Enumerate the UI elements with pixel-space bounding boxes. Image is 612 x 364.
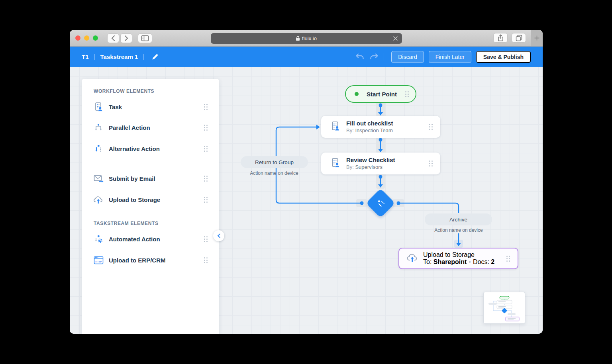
plus-icon [534,35,540,41]
back-button[interactable] [107,33,119,43]
url-text: fluix.io [302,35,317,41]
cloud-upload-icon [93,195,104,204]
by-label: By: [346,164,354,170]
minimize-window-button[interactable] [84,35,89,41]
dot-separator: • [469,258,471,265]
stream-id: T1 [82,53,89,60]
sidebar-toggle-button[interactable] [138,33,152,43]
stream-title: Taskstream 1 [100,53,138,60]
by-value: Inspection Team [355,127,392,133]
lock-icon [296,36,300,41]
start-point-node[interactable]: Start Point [345,85,416,103]
new-tab-button[interactable] [531,30,543,46]
archive-pill[interactable]: Archive [425,213,492,225]
drag-handle-icon[interactable] [204,124,208,131]
start-dot-icon [355,92,359,96]
action-name-caption: Action name on device [234,170,314,176]
sidebar-item-label: Task [109,104,204,110]
chevron-left-icon [111,35,115,41]
return-to-group-pill[interactable]: Return to Group [241,156,308,168]
sidebar-collapse-button[interactable] [213,230,224,241]
redo-icon [369,53,379,61]
redo-button[interactable] [369,51,380,63]
chevron-right-icon [124,35,128,41]
undo-button[interactable] [354,51,365,63]
app-toolbar: T1 Taskstream 1 Discard Finish Later Sav… [70,47,543,67]
finish-later-button[interactable]: Finish Later [429,51,471,63]
sidebar-item-label: Upload to Storage [109,196,204,203]
sidebar-item-label: Automated Action [109,236,204,243]
sidebar-item-task[interactable]: Task [82,99,219,115]
workflow-canvas[interactable]: WORKFLOW ELEMENTS Task Parallel Action [70,67,543,334]
alternative-action-icon [93,144,104,153]
drag-handle-icon[interactable] [204,236,208,243]
drag-handle-icon[interactable] [405,91,409,98]
drag-handle-icon[interactable] [429,160,433,167]
sidebar-item-alternative-action[interactable]: Alternative Action [82,141,219,157]
task-icon [330,121,341,133]
chevron-left-icon [217,233,221,238]
minimap-preview [484,292,525,323]
sidebar-item-label: Alternative Action [109,145,204,152]
sidebar-item-parallel-action[interactable]: Parallel Action [82,119,219,135]
http-icon: HTTP [93,256,104,264]
by-label: By: [346,127,354,133]
alternative-action-icon [366,188,395,218]
divider [94,54,95,60]
drag-handle-icon[interactable] [204,175,208,182]
parallel-action-icon [93,123,104,132]
section-heading-workflow: WORKFLOW ELEMENTS [94,88,154,94]
node-title: Fill out checklist [346,120,429,127]
sidebar-item-automated-action[interactable]: Automated Action [82,231,219,247]
drag-handle-icon[interactable] [506,255,510,262]
by-value: Supervisors [355,164,382,170]
sidebar-item-label: Upload to ERP/CRM [109,257,204,264]
sidebar-item-label: Submit by Email [109,175,204,182]
automated-action-icon [93,235,104,243]
email-icon [93,174,104,183]
to-value: Sharepoint [434,258,467,265]
discard-button[interactable]: Discard [391,51,424,63]
cloud-upload-icon [406,252,418,264]
sidebar-item-label: Parallel Action [109,124,204,131]
drag-handle-icon[interactable] [204,257,208,264]
pencil-icon [152,53,159,60]
task-icon [93,102,104,112]
minimap[interactable] [483,292,525,324]
drag-handle-icon[interactable] [204,196,208,203]
divider [143,54,144,60]
node-title: Review Checklist [346,157,429,164]
task-icon [330,157,341,170]
to-label: To: [423,258,432,265]
share-button[interactable] [493,33,508,43]
share-icon [498,34,504,41]
browser-window: fluix.io T1 Taskstream 1 [70,30,543,334]
save-publish-button[interactable]: Save & Publish [476,51,531,63]
close-icon[interactable] [392,35,398,41]
forward-button[interactable] [120,33,132,43]
sidebar-item-submit-by-email[interactable]: Submit by Email [82,170,219,186]
drag-handle-icon[interactable] [204,104,208,110]
sidebar-item-upload-to-erp-crm[interactable]: HTTP Upload to ERP/CRM [82,252,219,268]
browser-titlebar: fluix.io [70,30,543,47]
section-heading-taskstream: TASKSTREAM ELEMENTS [94,221,159,226]
close-window-button[interactable] [75,35,80,41]
zoom-window-button[interactable] [93,35,98,41]
sidebar-item-upload-to-storage[interactable]: Upload to Storage [82,192,219,207]
address-bar[interactable]: fluix.io [211,33,402,44]
task-node-review-checklist[interactable]: Review Checklist By: Supervisors [321,153,440,174]
sidebar-toggle-icon [141,35,149,41]
drag-handle-icon[interactable] [204,145,208,152]
elements-sidebar: WORKFLOW ELEMENTS Task Parallel Action [82,79,219,334]
divider [384,53,384,61]
node-title: Start Point [359,91,405,98]
drag-handle-icon[interactable] [429,123,433,130]
edit-title-button[interactable] [149,51,161,63]
node-title: Upload to Storage [423,251,506,258]
task-node-fill-out-checklist[interactable]: Fill out checklist By: Inspection Team [321,116,440,138]
tab-overview-button[interactable] [512,33,526,43]
tabs-icon [516,35,522,41]
docs-value: 2 [491,258,494,265]
upload-to-storage-node[interactable]: Upload to Storage To: Sharepoint•Docs: 2 [398,248,518,269]
docs-label: Docs: [473,258,489,265]
